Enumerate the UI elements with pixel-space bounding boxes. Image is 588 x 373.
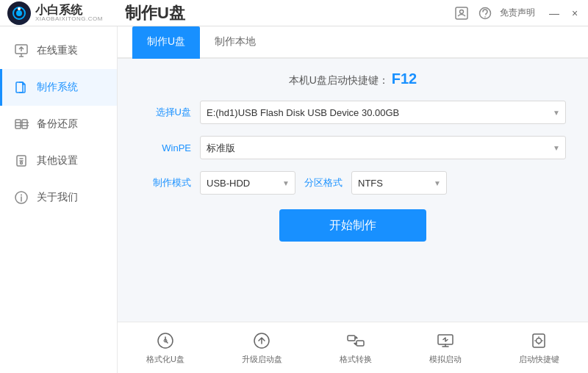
bottom-toolbar: 格式化U盘 升级启动盘 (118, 322, 588, 373)
content-area: 制作U盘 制作本地 本机U盘启动快捷键： F12 选择U盘 E:(hd1)USB… (118, 26, 588, 373)
format-convert-icon (345, 330, 366, 351)
about-us-icon (13, 189, 29, 206)
svg-point-14 (21, 195, 22, 196)
svg-point-12 (21, 162, 23, 164)
svg-point-1 (16, 10, 22, 16)
simulate-boot-icon (435, 330, 456, 351)
sidebar-item-make-system[interactable]: 制作系统 (0, 69, 117, 106)
winpe-select-wrapper: 标准版 ▼ (200, 136, 566, 159)
udisk-label: 选择U盘 (140, 106, 191, 119)
tool-upgrade-boot-label: 升级启动盘 (242, 354, 282, 365)
logo-main-text: 小白系统 (35, 4, 103, 16)
sidebar-item-online-reinstall[interactable]: 在线重装 (0, 32, 117, 69)
shortcut-hint: 本机U盘启动快捷键： F12 (140, 70, 566, 87)
svg-rect-18 (348, 336, 355, 341)
shortcut-hint-text: 本机U盘启动快捷键： (289, 74, 389, 86)
tool-boot-shortcut-label: 启动快捷键 (519, 354, 559, 365)
tool-upgrade-boot[interactable]: 升级启动盘 (242, 330, 282, 365)
titlebar: 小白系统 XIAOBAIXITONG.COM 制作U盘 免责声明 — × (0, 0, 588, 26)
svg-rect-10 (22, 120, 27, 128)
sidebar-item-other-settings[interactable]: 其他设置 (0, 142, 117, 179)
sidebar-item-backup-restore[interactable]: 备份还原 (0, 106, 117, 142)
minimize-button[interactable]: — (547, 6, 562, 21)
mode-partition-row: 制作模式 USB-HDD ▼ 分区格式 NTFS ▼ (140, 171, 566, 195)
start-button[interactable]: 开始制作 (279, 209, 426, 242)
svg-point-6 (484, 16, 486, 18)
winpe-label: WinPE (140, 142, 191, 153)
sidebar-label-make-system: 制作系统 (37, 81, 78, 94)
sidebar-label-other-settings: 其他设置 (37, 154, 78, 167)
form-area: 本机U盘启动快捷键： F12 选择U盘 E:(hd1)USB Flash Dis… (118, 59, 588, 322)
logo: 小白系统 XIAOBAIXITONG.COM (7, 1, 103, 25)
upgrade-boot-icon (251, 330, 272, 351)
titlebar-actions: 免责声明 — × (453, 4, 582, 22)
sidebar-item-about-us[interactable]: 关于我们 (0, 179, 117, 216)
backup-restore-icon (13, 116, 29, 132)
sidebar-label-backup-restore: 备份还原 (37, 117, 78, 131)
tool-simulate-boot[interactable]: 模拟启动 (429, 330, 462, 365)
online-reinstall-icon (13, 43, 29, 59)
svg-rect-9 (15, 120, 21, 128)
tool-simulate-boot-label: 模拟启动 (429, 354, 462, 365)
tool-boot-shortcut[interactable]: 启动快捷键 (519, 330, 559, 365)
shortcut-key: F12 (392, 70, 417, 87)
tool-format-convert-label: 格式转换 (340, 354, 372, 365)
boot-shortcut-icon (528, 330, 549, 351)
tab-make-udisk[interactable]: 制作U盘 (132, 26, 200, 59)
tool-format-udisk-label: 格式化U盘 (146, 354, 184, 365)
udisk-select-wrapper: E:(hd1)USB Flash Disk USB Device 30.00GB… (200, 101, 566, 124)
partition-select-wrapper: NTFS ▼ (351, 171, 447, 195)
tool-format-convert[interactable]: 格式转换 (340, 330, 372, 365)
format-udisk-icon (155, 330, 176, 351)
tabs: 制作U盘 制作本地 (118, 26, 588, 59)
other-settings-icon (13, 153, 29, 169)
svg-rect-8 (16, 82, 23, 93)
page-title: 制作U盘 (125, 2, 185, 24)
main-layout: 在线重装 制作系统 备份还原 (0, 26, 588, 373)
mode-label: 制作模式 (140, 176, 191, 189)
winpe-select[interactable]: 标准版 (200, 136, 566, 159)
close-button[interactable]: × (567, 6, 582, 21)
tool-format-udisk[interactable]: 格式化U盘 (146, 330, 184, 365)
udisk-select[interactable]: E:(hd1)USB Flash Disk USB Device 30.00GB (200, 101, 566, 124)
partition-select[interactable]: NTFS (351, 171, 447, 195)
mode-select[interactable]: USB-HDD (200, 171, 295, 195)
udisk-row: 选择U盘 E:(hd1)USB Flash Disk USB Device 30… (140, 101, 566, 124)
partition-label: 分区格式 (304, 176, 343, 189)
svg-point-2 (18, 7, 21, 10)
feedback-icon[interactable] (476, 4, 494, 22)
free-declaration[interactable]: 免责声明 (500, 7, 535, 19)
user-icon[interactable] (453, 4, 470, 22)
tab-make-local[interactable]: 制作本地 (200, 26, 270, 59)
mode-select-wrapper: USB-HDD ▼ (200, 171, 295, 195)
logo-sub-text: XIAOBAIXITONG.COM (35, 16, 103, 22)
svg-point-22 (537, 338, 542, 344)
sidebar: 在线重装 制作系统 备份还原 (0, 26, 118, 373)
logo-icon (7, 1, 31, 25)
svg-rect-19 (356, 341, 364, 346)
winpe-row: WinPE 标准版 ▼ (140, 136, 566, 159)
sidebar-label-about-us: 关于我们 (37, 191, 78, 204)
svg-point-4 (460, 10, 464, 13)
sidebar-label-online-reinstall: 在线重装 (37, 44, 78, 57)
make-system-icon (13, 79, 29, 95)
